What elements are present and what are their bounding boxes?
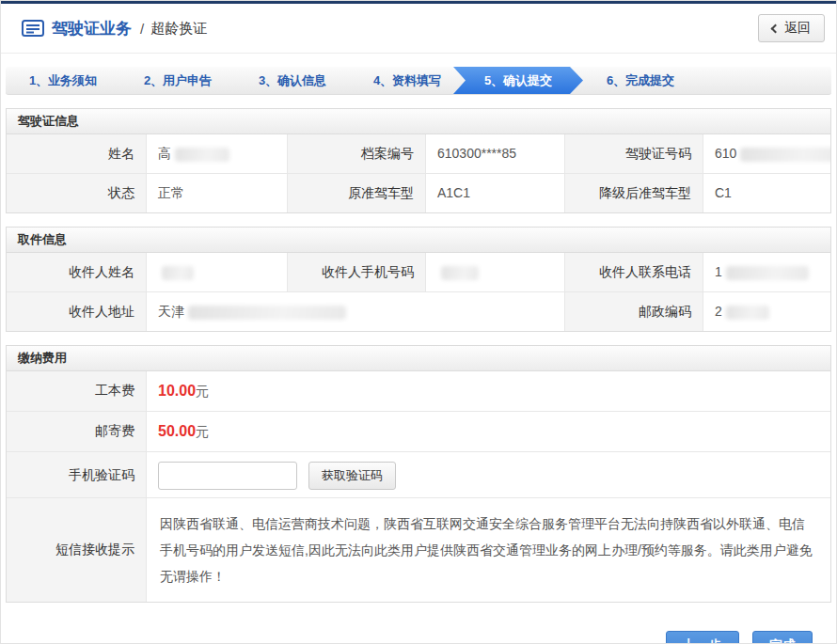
license-info-section: 驾驶证信息 姓名 高 档案编号 610300****85 驾驶证号码 610 状… (6, 108, 831, 213)
redacted-text (175, 148, 229, 162)
postal-code-value: 2 (703, 291, 830, 331)
page: 驾驶证业务 / 超龄换证 返回 1、业务须知 2、用户申告 3、确认信息 4、资… (0, 0, 837, 644)
sms-tip-text: 因陕西省联通、电信运营商技术问题，陕西省互联网交通安全综合服务管理平台无法向持陕… (146, 497, 830, 602)
pickup-info-table: 收件人姓名 收件人手机号码 收件人联系电话 1 收件人地址 天津 邮政编码 2 (7, 253, 830, 331)
redacted-text (441, 266, 479, 280)
status-value: 正常 (146, 173, 287, 212)
get-code-button[interactable]: 获取验证码 (308, 462, 396, 490)
orig-class-label: 原准驾车型 (287, 173, 425, 212)
file-no-label: 档案编号 (287, 134, 425, 173)
step-tab-4[interactable]: 4、资料填写 (350, 67, 465, 94)
redacted-text (162, 266, 194, 280)
back-button[interactable]: 返回 (758, 14, 825, 42)
pickup-info-title: 取件信息 (7, 228, 830, 253)
recipient-phone-label: 收件人联系电话 (564, 253, 703, 291)
breadcrumb-separator: / (140, 21, 144, 37)
production-fee-value: 10.00元 (146, 371, 830, 411)
finish-button[interactable]: 完成 (752, 631, 813, 644)
sms-tip-label: 短信接收提示 (7, 497, 146, 602)
downgraded-class-value: C1 (703, 173, 830, 212)
recipient-mobile-label: 收件人手机号码 (287, 253, 425, 291)
redacted-text (726, 266, 809, 280)
step-tabs: 1、业务须知 2、用户申告 3、确认信息 4、资料填写 5、确认提交 6、完成提… (6, 67, 831, 95)
recipient-address-label: 收件人地址 (7, 291, 146, 331)
recipient-mobile-value (425, 253, 564, 291)
footer-actions: 上一步 完成 (1, 631, 813, 644)
fees-table: 工本费 10.00元 邮寄费 50.00元 手机验证码 获取验证码 短信接收提示… (7, 371, 830, 602)
step-tab-2[interactable]: 2、用户申告 (120, 67, 235, 94)
orig-class-value: A1C1 (425, 173, 564, 212)
postal-code-label: 邮政编码 (564, 291, 703, 331)
tab-filler (698, 67, 831, 94)
production-fee-label: 工本费 (7, 371, 146, 411)
pickup-info-section: 取件信息 收件人姓名 收件人手机号码 收件人联系电话 1 收件人地址 天津 邮政… (6, 227, 831, 332)
previous-step-button[interactable]: 上一步 (666, 631, 739, 644)
page-title: 驾驶证业务 (52, 18, 132, 39)
postage-fee-value: 50.00元 (146, 411, 830, 451)
license-no-value: 610 (703, 134, 830, 173)
back-button-label: 返回 (784, 20, 811, 37)
recipient-name-label: 收件人姓名 (7, 253, 146, 291)
recipient-phone-value: 1 (703, 253, 830, 291)
fees-title: 缴纳费用 (7, 346, 830, 371)
sms-code-label: 手机验证码 (7, 451, 146, 497)
breadcrumb-current: 超龄换证 (150, 20, 207, 38)
recipient-name-value (146, 253, 287, 291)
recipient-address-value: 天津 (146, 291, 564, 331)
step-tab-1[interactable]: 1、业务须知 (6, 67, 120, 94)
redacted-text (188, 306, 346, 320)
file-no-value: 610300****85 (425, 134, 564, 173)
fees-section: 缴纳费用 工本费 10.00元 邮寄费 50.00元 手机验证码 获取验证码 短… (6, 345, 831, 603)
postage-fee-label: 邮寄费 (7, 411, 146, 451)
name-value: 高 (146, 134, 287, 173)
license-no-label: 驾驶证号码 (564, 134, 703, 173)
step-tab-5-active[interactable]: 5、确认提交 (453, 67, 583, 94)
name-label: 姓名 (7, 134, 146, 173)
downgraded-class-label: 降级后准驾车型 (564, 173, 703, 212)
header: 驾驶证业务 / 超龄换证 返回 (1, 4, 836, 54)
chevron-left-icon (771, 24, 781, 33)
step-tab-6[interactable]: 6、完成提交 (583, 67, 698, 94)
license-info-title: 驾驶证信息 (7, 109, 830, 134)
sms-code-input[interactable] (158, 462, 297, 490)
redacted-text (740, 148, 830, 162)
license-form-icon (22, 20, 44, 37)
sms-code-row: 获取验证码 (146, 451, 830, 497)
license-info-table: 姓名 高 档案编号 610300****85 驾驶证号码 610 状态 正常 原… (7, 134, 830, 212)
redacted-text (726, 306, 769, 320)
step-tab-3[interactable]: 3、确认信息 (235, 67, 350, 94)
status-label: 状态 (7, 173, 146, 212)
